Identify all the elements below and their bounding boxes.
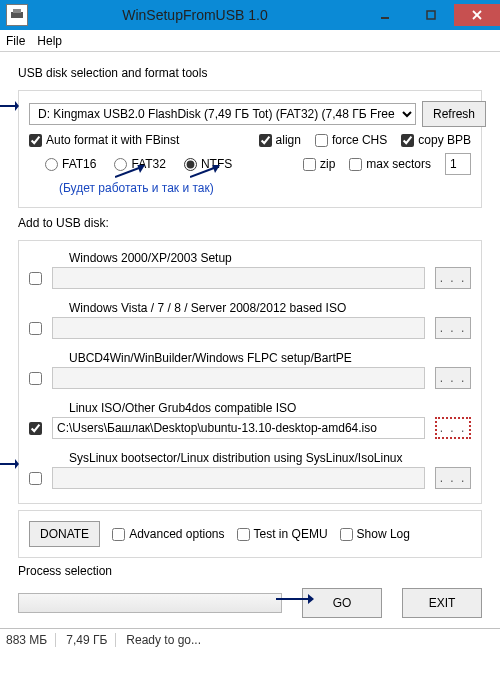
autoformat-label: Auto format it with FBinst bbox=[46, 133, 179, 147]
linux-browse[interactable]: . . . bbox=[435, 417, 471, 439]
align-check[interactable]: align bbox=[259, 133, 301, 147]
autoformat-checkbox[interactable] bbox=[29, 134, 42, 147]
annotation-arrow-icon bbox=[0, 457, 19, 471]
syslinux-path bbox=[52, 467, 425, 489]
syslinux-label: SysLinux bootsector/Linux distribution u… bbox=[69, 451, 471, 465]
maxsectors-check[interactable]: max sectors bbox=[349, 157, 431, 171]
add-group-label: Add to USB disk: bbox=[18, 216, 482, 230]
window-title: WinSetupFromUSB 1.0 bbox=[28, 7, 362, 23]
status-size1: 883 МБ bbox=[6, 633, 56, 647]
syslinux-check[interactable] bbox=[29, 472, 42, 485]
forcechs-check[interactable]: force CHS bbox=[315, 133, 387, 147]
win2000-path bbox=[52, 267, 425, 289]
ubcd-check[interactable] bbox=[29, 372, 42, 385]
maximize-button[interactable] bbox=[408, 4, 454, 26]
win2000-label: Windows 2000/XP/2003 Setup bbox=[69, 251, 471, 265]
winvista-check[interactable] bbox=[29, 322, 42, 335]
maxsectors-input[interactable] bbox=[445, 153, 471, 175]
qemu-check[interactable]: Test in QEMU bbox=[237, 527, 328, 541]
win2000-check[interactable] bbox=[29, 272, 42, 285]
options-panel: DONATE Advanced options Test in QEMU Sho… bbox=[18, 510, 482, 558]
statusbar: 883 МБ 7,49 ГБ Ready to go... bbox=[0, 628, 500, 650]
ubcd-browse[interactable]: . . . bbox=[435, 367, 471, 389]
copybpb-check[interactable]: copy BPB bbox=[401, 133, 471, 147]
winvista-browse[interactable]: . . . bbox=[435, 317, 471, 339]
winvista-path bbox=[52, 317, 425, 339]
process-label: Process selection bbox=[18, 564, 482, 578]
annotation-arrow-icon bbox=[0, 99, 19, 113]
go-button[interactable]: GO bbox=[302, 588, 382, 618]
minimize-button[interactable] bbox=[362, 4, 408, 26]
zip-check[interactable]: zip bbox=[303, 157, 335, 171]
donate-button[interactable]: DONATE bbox=[29, 521, 100, 547]
usb-group-label: USB disk selection and format tools bbox=[18, 66, 482, 80]
ntfs-radio[interactable]: NTFS bbox=[184, 157, 232, 171]
ubcd-path bbox=[52, 367, 425, 389]
showlog-check[interactable]: Show Log bbox=[340, 527, 410, 541]
app-icon bbox=[6, 4, 28, 26]
menu-help[interactable]: Help bbox=[37, 34, 62, 48]
usb-group: D: Kingmax USB2.0 FlashDisk (7,49 ГБ Tot… bbox=[18, 90, 482, 208]
linux-check[interactable] bbox=[29, 422, 42, 435]
svg-marker-7 bbox=[15, 101, 19, 111]
linux-label: Linux ISO/Other Grub4dos compatible ISO bbox=[69, 401, 471, 415]
refresh-button[interactable]: Refresh bbox=[422, 101, 486, 127]
advanced-check[interactable]: Advanced options bbox=[112, 527, 224, 541]
winvista-label: Windows Vista / 7 / 8 / Server 2008/2012… bbox=[69, 301, 471, 315]
status-size2: 7,49 ГБ bbox=[66, 633, 116, 647]
disk-select[interactable]: D: Kingmax USB2.0 FlashDisk (7,49 ГБ Tot… bbox=[29, 103, 416, 125]
menu-file[interactable]: File bbox=[6, 34, 25, 48]
status-text: Ready to go... bbox=[126, 633, 209, 647]
fat16-radio[interactable]: FAT16 bbox=[45, 157, 96, 171]
fat32-radio[interactable]: FAT32 bbox=[114, 157, 165, 171]
exit-button[interactable]: EXIT bbox=[402, 588, 482, 618]
autoformat-check[interactable]: Auto format it with FBinst bbox=[29, 133, 179, 147]
linux-path-input[interactable] bbox=[52, 417, 425, 439]
svg-rect-3 bbox=[427, 11, 435, 19]
add-group: Windows 2000/XP/2003 Setup . . . Windows… bbox=[18, 240, 482, 504]
ubcd-label: UBCD4Win/WinBuilder/Windows FLPC setup/B… bbox=[69, 351, 471, 365]
fs-note: (Будет работать и так и так) bbox=[59, 181, 471, 195]
syslinux-browse[interactable]: . . . bbox=[435, 467, 471, 489]
svg-rect-1 bbox=[13, 9, 21, 13]
titlebar: WinSetupFromUSB 1.0 bbox=[0, 0, 500, 30]
svg-marker-13 bbox=[15, 459, 19, 469]
menubar: File Help bbox=[0, 30, 500, 52]
close-button[interactable] bbox=[454, 4, 500, 26]
progress-bar bbox=[18, 593, 282, 613]
win2000-browse[interactable]: . . . bbox=[435, 267, 471, 289]
